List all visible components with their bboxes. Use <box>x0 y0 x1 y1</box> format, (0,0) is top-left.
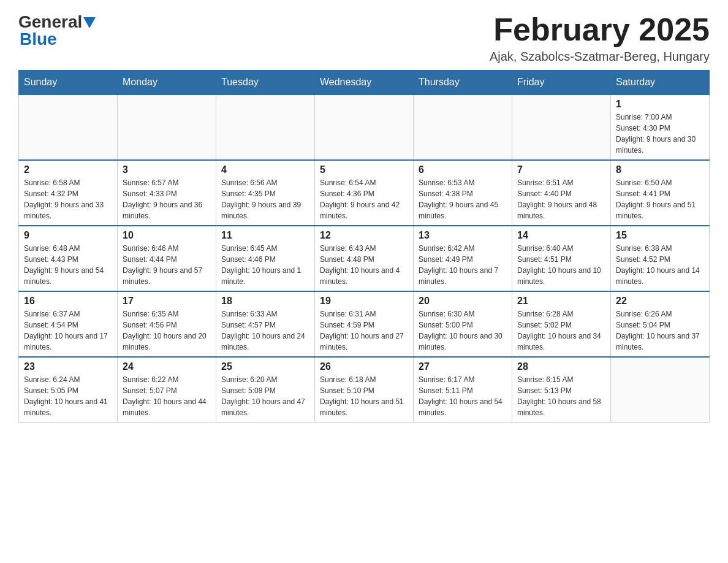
calendar-cell: 21Sunrise: 6:28 AM Sunset: 5:02 PM Dayli… <box>512 291 611 357</box>
day-info: Sunrise: 6:58 AM Sunset: 4:32 PM Dayligh… <box>24 177 112 221</box>
calendar-week-row: 2Sunrise: 6:58 AM Sunset: 4:32 PM Daylig… <box>19 160 710 226</box>
day-info: Sunrise: 6:43 AM Sunset: 4:48 PM Dayligh… <box>320 243 408 287</box>
day-info: Sunrise: 6:33 AM Sunset: 4:57 PM Dayligh… <box>221 308 309 353</box>
calendar-cell: 9Sunrise: 6:48 AM Sunset: 4:43 PM Daylig… <box>19 226 118 291</box>
calendar-header-row: SundayMondayTuesdayWednesdayThursdayFrid… <box>19 71 710 95</box>
day-info: Sunrise: 6:56 AM Sunset: 4:35 PM Dayligh… <box>221 177 309 221</box>
location-subtitle: Ajak, Szabolcs-Szatmar-Bereg, Hungary <box>490 50 710 64</box>
logo: General Blue <box>18 12 96 49</box>
day-number: 21 <box>517 296 605 307</box>
day-number: 26 <box>320 361 408 372</box>
calendar-cell: 3Sunrise: 6:57 AM Sunset: 4:33 PM Daylig… <box>118 160 216 226</box>
month-title: February 2025 <box>490 12 710 47</box>
calendar-cell: 5Sunrise: 6:54 AM Sunset: 4:36 PM Daylig… <box>315 160 414 226</box>
calendar-cell: 19Sunrise: 6:31 AM Sunset: 4:59 PM Dayli… <box>315 291 414 357</box>
calendar-cell: 20Sunrise: 6:30 AM Sunset: 5:00 PM Dayli… <box>414 291 512 357</box>
day-info: Sunrise: 6:57 AM Sunset: 4:33 PM Dayligh… <box>123 177 211 221</box>
day-number: 4 <box>221 164 309 175</box>
calendar-cell: 4Sunrise: 6:56 AM Sunset: 4:35 PM Daylig… <box>216 160 315 226</box>
logo-blue-text: Blue <box>18 29 57 49</box>
day-number: 6 <box>419 164 507 175</box>
calendar-cell: 11Sunrise: 6:45 AM Sunset: 4:46 PM Dayli… <box>216 226 315 291</box>
day-info: Sunrise: 6:38 AM Sunset: 4:52 PM Dayligh… <box>616 243 704 287</box>
day-info: Sunrise: 6:18 AM Sunset: 5:10 PM Dayligh… <box>320 374 408 418</box>
day-number: 23 <box>24 361 112 372</box>
calendar-cell: 15Sunrise: 6:38 AM Sunset: 4:52 PM Dayli… <box>611 226 710 291</box>
day-number: 22 <box>616 296 704 307</box>
day-info: Sunrise: 6:53 AM Sunset: 4:38 PM Dayligh… <box>419 177 507 221</box>
calendar-cell <box>512 94 611 160</box>
calendar-cell: 2Sunrise: 6:58 AM Sunset: 4:32 PM Daylig… <box>19 160 118 226</box>
calendar-header-tuesday: Tuesday <box>216 71 315 95</box>
day-number: 24 <box>123 361 211 372</box>
calendar-header-monday: Monday <box>118 71 216 95</box>
day-number: 15 <box>616 230 704 241</box>
day-info: Sunrise: 6:30 AM Sunset: 5:00 PM Dayligh… <box>419 308 507 353</box>
calendar-week-row: 23Sunrise: 6:24 AM Sunset: 5:05 PM Dayli… <box>19 357 710 423</box>
calendar-cell: 28Sunrise: 6:15 AM Sunset: 5:13 PM Dayli… <box>512 357 611 423</box>
day-number: 2 <box>24 164 112 175</box>
calendar-header-wednesday: Wednesday <box>315 71 414 95</box>
calendar-cell: 13Sunrise: 6:42 AM Sunset: 4:49 PM Dayli… <box>414 226 512 291</box>
day-info: Sunrise: 6:17 AM Sunset: 5:11 PM Dayligh… <box>419 374 507 418</box>
page-header: General Blue February 2025 Ajak, Szabolc… <box>18 12 710 64</box>
calendar-cell: 12Sunrise: 6:43 AM Sunset: 4:48 PM Dayli… <box>315 226 414 291</box>
calendar-header-thursday: Thursday <box>414 71 512 95</box>
calendar-cell: 18Sunrise: 6:33 AM Sunset: 4:57 PM Dayli… <box>216 291 315 357</box>
day-number: 28 <box>517 361 605 372</box>
day-info: Sunrise: 6:35 AM Sunset: 4:56 PM Dayligh… <box>123 308 211 353</box>
day-info: Sunrise: 6:42 AM Sunset: 4:49 PM Dayligh… <box>419 243 507 287</box>
day-number: 13 <box>419 230 507 241</box>
day-number: 19 <box>320 296 408 307</box>
calendar-cell <box>216 94 315 160</box>
calendar-cell: 17Sunrise: 6:35 AM Sunset: 4:56 PM Dayli… <box>118 291 216 357</box>
day-number: 7 <box>517 164 605 175</box>
day-info: Sunrise: 6:31 AM Sunset: 4:59 PM Dayligh… <box>320 308 408 353</box>
calendar-cell: 27Sunrise: 6:17 AM Sunset: 5:11 PM Dayli… <box>414 357 512 423</box>
day-info: Sunrise: 6:48 AM Sunset: 4:43 PM Dayligh… <box>24 243 112 287</box>
calendar-cell: 7Sunrise: 6:51 AM Sunset: 4:40 PM Daylig… <box>512 160 611 226</box>
calendar-cell: 8Sunrise: 6:50 AM Sunset: 4:41 PM Daylig… <box>611 160 710 226</box>
day-number: 3 <box>123 164 211 175</box>
calendar-header-saturday: Saturday <box>611 71 710 95</box>
svg-marker-0 <box>83 17 96 28</box>
day-number: 20 <box>419 296 507 307</box>
day-info: Sunrise: 6:22 AM Sunset: 5:07 PM Dayligh… <box>123 374 211 418</box>
calendar-week-row: 9Sunrise: 6:48 AM Sunset: 4:43 PM Daylig… <box>19 226 710 291</box>
calendar-cell: 22Sunrise: 6:26 AM Sunset: 5:04 PM Dayli… <box>611 291 710 357</box>
day-info: Sunrise: 6:51 AM Sunset: 4:40 PM Dayligh… <box>517 177 605 221</box>
calendar-cell: 16Sunrise: 6:37 AM Sunset: 4:54 PM Dayli… <box>19 291 118 357</box>
calendar-cell: 25Sunrise: 6:20 AM Sunset: 5:08 PM Dayli… <box>216 357 315 423</box>
day-number: 8 <box>616 164 704 175</box>
calendar-cell: 26Sunrise: 6:18 AM Sunset: 5:10 PM Dayli… <box>315 357 414 423</box>
day-number: 10 <box>123 230 211 241</box>
calendar-table: SundayMondayTuesdayWednesdayThursdayFrid… <box>18 70 710 423</box>
calendar-cell <box>118 94 216 160</box>
calendar-header-sunday: Sunday <box>19 71 118 95</box>
day-number: 14 <box>517 230 605 241</box>
calendar-cell <box>414 94 512 160</box>
title-section: February 2025 Ajak, Szabolcs-Szatmar-Ber… <box>490 12 710 64</box>
calendar-cell: 10Sunrise: 6:46 AM Sunset: 4:44 PM Dayli… <box>118 226 216 291</box>
day-info: Sunrise: 6:26 AM Sunset: 5:04 PM Dayligh… <box>616 308 704 353</box>
calendar-header-friday: Friday <box>512 71 611 95</box>
calendar-week-row: 16Sunrise: 6:37 AM Sunset: 4:54 PM Dayli… <box>19 291 710 357</box>
day-number: 9 <box>24 230 112 241</box>
day-number: 27 <box>419 361 507 372</box>
day-info: Sunrise: 6:15 AM Sunset: 5:13 PM Dayligh… <box>517 374 605 418</box>
logo-triangle-icon <box>83 17 96 28</box>
day-info: Sunrise: 6:54 AM Sunset: 4:36 PM Dayligh… <box>320 177 408 221</box>
day-info: Sunrise: 7:00 AM Sunset: 4:30 PM Dayligh… <box>616 112 704 156</box>
day-number: 1 <box>616 99 704 110</box>
calendar-cell: 14Sunrise: 6:40 AM Sunset: 4:51 PM Dayli… <box>512 226 611 291</box>
day-number: 11 <box>221 230 309 241</box>
calendar-cell: 1Sunrise: 7:00 AM Sunset: 4:30 PM Daylig… <box>611 94 710 160</box>
day-info: Sunrise: 6:40 AM Sunset: 4:51 PM Dayligh… <box>517 243 605 287</box>
calendar-cell: 24Sunrise: 6:22 AM Sunset: 5:07 PM Dayli… <box>118 357 216 423</box>
day-info: Sunrise: 6:50 AM Sunset: 4:41 PM Dayligh… <box>616 177 704 221</box>
calendar-cell: 23Sunrise: 6:24 AM Sunset: 5:05 PM Dayli… <box>19 357 118 423</box>
day-number: 12 <box>320 230 408 241</box>
day-number: 17 <box>123 296 211 307</box>
day-number: 18 <box>221 296 309 307</box>
day-info: Sunrise: 6:24 AM Sunset: 5:05 PM Dayligh… <box>24 374 112 418</box>
